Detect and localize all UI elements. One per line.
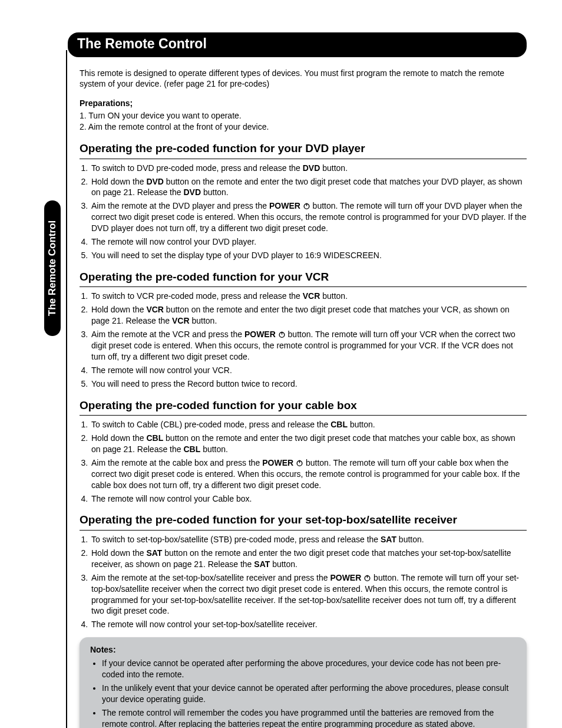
- preparations-heading: Preparations;: [80, 98, 527, 109]
- notes-heading: Notes:: [90, 644, 516, 655]
- step: Aim the remote at the VCR and press the …: [90, 329, 527, 363]
- prep-item: 2. Aim the remote control at the front o…: [80, 121, 527, 133]
- side-tab-label: The Remote Control: [47, 220, 58, 316]
- power-icon: [296, 459, 303, 467]
- vcr-heading: Operating the pre-coded function for you…: [80, 269, 527, 288]
- note-item: The remote control will remember the cod…: [102, 707, 516, 728]
- cbl-heading: Operating the pre-coded function for you…: [80, 398, 527, 416]
- step: To switch to DVD pre-coded mode, press a…: [90, 163, 527, 174]
- sat-steps: To switch to set-top-box/satellite (STB)…: [80, 534, 527, 630]
- side-tab: The Remote Control: [44, 200, 61, 336]
- step: The remote will now control your DVD pla…: [90, 236, 527, 248]
- step: Aim the remote at the cable box and pres…: [90, 457, 527, 491]
- step: To switch to set-top-box/satellite (STB)…: [90, 534, 527, 545]
- step: To switch to Cable (CBL) pre-coded mode,…: [90, 419, 527, 430]
- sat-heading: Operating the pre-coded function for you…: [80, 512, 527, 531]
- notes-list: If your device cannot be operated after …: [90, 658, 516, 728]
- section-title-bar: The Remote Control: [68, 32, 527, 57]
- dvd-heading: Operating the pre-coded function for you…: [80, 141, 527, 159]
- preparations-list: 1. Turn ON your device you want to opera…: [80, 110, 527, 133]
- cbl-steps: To switch to Cable (CBL) pre-coded mode,…: [80, 419, 527, 504]
- intro-text: This remote is designed to operate diffe…: [80, 68, 527, 90]
- step: The remote will now control your Cable b…: [90, 493, 527, 505]
- vertical-rule: [66, 50, 67, 728]
- dvd-steps: To switch to DVD pre-coded mode, press a…: [80, 163, 527, 261]
- step: You will need to set the display type of…: [90, 250, 527, 261]
- power-icon: [303, 202, 310, 210]
- step: Aim the remote at the DVD player and pre…: [90, 200, 527, 234]
- power-icon: [363, 574, 371, 582]
- note-item: In the unlikely event that your device c…: [102, 683, 516, 705]
- notes-box: Notes: If your device cannot be operated…: [80, 637, 527, 728]
- content-area: This remote is designed to operate diffe…: [80, 68, 527, 728]
- step: The remote will now control your set-top…: [90, 619, 527, 630]
- step: Aim the remote at the set-top-box/satell…: [90, 572, 527, 617]
- note-item: If your device cannot be operated after …: [102, 658, 516, 680]
- step: You will need to press the Record button…: [90, 378, 527, 390]
- step: Hold down the SAT button on the remote a…: [90, 548, 527, 570]
- step: Hold down the CBL button on the remote a…: [90, 433, 527, 455]
- prep-item: 1. Turn ON your device you want to opera…: [80, 110, 527, 121]
- step: To switch to VCR pre-coded mode, press a…: [90, 291, 527, 302]
- step: The remote will now control your VCR.: [90, 365, 527, 376]
- step: Hold down the DVD button on the remote a…: [90, 176, 527, 199]
- step: Hold down the VCR button on the remote a…: [90, 304, 527, 327]
- power-icon: [278, 331, 286, 338]
- manual-page: The Remote Control The Remote Control Th…: [0, 0, 562, 728]
- vcr-steps: To switch to VCR pre-coded mode, press a…: [80, 291, 527, 389]
